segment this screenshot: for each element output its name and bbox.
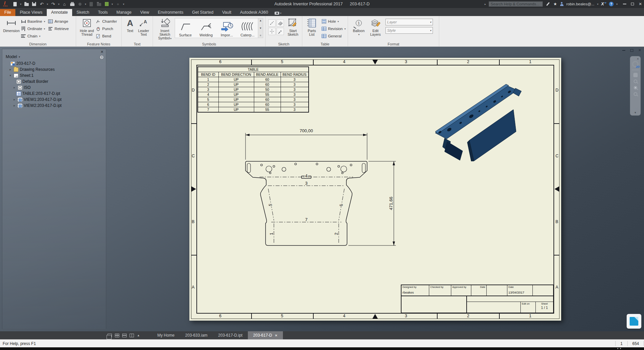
home-icon[interactable]: ⌂: [62, 1, 67, 7]
doc-restore-button[interactable]: [630, 49, 633, 52]
inventor-logo-icon[interactable]: IPRO: [1, 1, 10, 7]
help-caret-icon[interactable]: ▾: [616, 3, 618, 6]
tree-item-view1[interactable]: ▸ VIEW1:203-617-D.ipt: [5, 97, 106, 103]
tab-file[interactable]: File: [0, 9, 15, 16]
cascade-windows-icon[interactable]: [108, 334, 112, 337]
tree-item-iso[interactable]: ▸ ISO: [5, 84, 106, 91]
window-restore-button[interactable]: [631, 3, 634, 5]
tab-tools[interactable]: Tools: [94, 9, 112, 16]
expand-icon[interactable]: ▸: [12, 98, 16, 101]
tab-get-started[interactable]: Get Started: [188, 9, 218, 16]
balloon-button[interactable]: 1 Balloon ▾: [350, 17, 367, 36]
doc-tab-203-617-d-ipt[interactable]: 203-617-D.ipt: [213, 331, 248, 339]
redo-icon[interactable]: ↷: [50, 1, 56, 7]
gallery-item-welding[interactable]: Welding: [196, 18, 216, 38]
text-button[interactable]: A Text: [124, 17, 137, 33]
gallery-expand-icon[interactable]: ≡: [260, 34, 262, 37]
edit-layers-button[interactable]: Edit Layers: [367, 17, 383, 36]
graphics-canvas[interactable]: ✕ ✕ ? Model ▾ 203-617-D ▸ Drawing Resour…: [0, 47, 644, 331]
sign-pen-icon[interactable]: [545, 1, 551, 7]
panel-label-format[interactable]: Format: [348, 42, 439, 46]
center-mark-button[interactable]: [268, 28, 276, 35]
chamfer-button[interactable]: Chamfer: [96, 18, 117, 24]
browser-header[interactable]: Model ▾: [2, 49, 106, 60]
zoom-window-icon[interactable]: [634, 86, 637, 90]
tab-autodesk-a360[interactable]: Autodesk A360: [235, 9, 272, 16]
zoom-all-icon[interactable]: [634, 92, 637, 96]
chain-button[interactable]: Chain▾: [21, 33, 45, 39]
print-icon[interactable]: [69, 1, 75, 7]
leader-text-button[interactable]: A Leader Text: [137, 17, 151, 36]
navbar-menu-icon[interactable]: ▼: [634, 111, 637, 114]
tree-item-drawing-resources[interactable]: ▸ Drawing Resources: [5, 66, 106, 72]
help-search-input[interactable]: Search Help & Commands...: [489, 1, 543, 7]
doc-close-button[interactable]: ✕: [638, 48, 641, 52]
tree-item-table[interactable]: TABLE:203-617-D.ipt: [5, 91, 106, 97]
expand-icon[interactable]: ▸: [8, 68, 12, 71]
user-account-label[interactable]: robin.beales@...: [567, 2, 595, 6]
new-file-caret-icon[interactable]: ▾: [20, 3, 21, 6]
collapse-icon[interactable]: ▾: [8, 74, 12, 77]
tab-close-icon[interactable]: ✕: [275, 334, 277, 337]
capture-icon[interactable]: [275, 12, 279, 15]
tab-list-icon[interactable]: ▲: [137, 334, 140, 337]
expand-icon[interactable]: ▸: [12, 104, 16, 107]
ordinate-button[interactable]: Ordinate▾: [21, 26, 45, 32]
doc-tab-203-617-d[interactable]: 203-617-D ✕: [248, 331, 283, 339]
retrieve-button[interactable]: Retrieve: [48, 26, 69, 32]
revision-table-button[interactable]: Revision▾: [321, 26, 346, 32]
zoom-icon[interactable]: [634, 79, 637, 83]
insert-sketch-symbol-button[interactable]: Insert Sketch Symbol▾: [155, 17, 175, 40]
search-expand-icon[interactable]: ▸: [485, 3, 486, 6]
tab-sketch[interactable]: Sketch: [72, 9, 94, 16]
general-table-button[interactable]: General: [321, 33, 346, 39]
doc-minimize-button[interactable]: [622, 50, 625, 51]
undo-caret-icon[interactable]: ▾: [47, 3, 48, 6]
redo-caret-icon[interactable]: ▾: [58, 3, 59, 6]
gallery-scroll-up-icon[interactable]: ▲: [259, 19, 262, 22]
doc-tab-203-633-iam[interactable]: 203-633.iam: [180, 331, 213, 339]
material-icon[interactable]: [104, 1, 109, 7]
parts-list-button[interactable]: Parts List: [304, 17, 319, 36]
save-icon[interactable]: [31, 1, 37, 7]
centerline-button[interactable]: [268, 19, 276, 27]
start-sketch-button[interactable]: Start Sketch: [286, 17, 300, 36]
hole-and-thread-button[interactable]: Hole and Thread: [78, 17, 96, 36]
tab-view[interactable]: View: [136, 9, 154, 16]
help-icon[interactable]: ?: [609, 2, 614, 6]
tab-environments[interactable]: Environments: [154, 9, 188, 16]
window-minimize-button[interactable]: [623, 4, 626, 4]
gallery-item-import[interactable]: Impor...: [216, 18, 237, 38]
centered-pattern-button[interactable]: [277, 28, 284, 35]
panel-label-dimension[interactable]: Dimension: [0, 42, 76, 46]
panel-label-text[interactable]: Text: [122, 42, 153, 46]
tab-annotate[interactable]: Annotate: [47, 9, 72, 16]
dimension-button[interactable]: Dimension: [2, 17, 21, 33]
user-avatar-icon[interactable]: [560, 2, 564, 6]
browser-close-icon[interactable]: ✕: [101, 50, 104, 54]
arrange-button[interactable]: Arrange: [48, 18, 69, 24]
tab-vault[interactable]: Vault: [218, 9, 236, 16]
bend-button[interactable]: Bend: [96, 33, 117, 39]
panel-label-feature-notes[interactable]: Feature Notes: [76, 42, 121, 46]
style-select[interactable]: Style ▾: [385, 27, 433, 34]
panel-label-symbols[interactable]: Symbols: [153, 42, 265, 46]
tree-item-sheet1[interactable]: ▾ Sheet:1: [5, 72, 106, 78]
tile-windows-icon[interactable]: [115, 334, 119, 337]
favorites-star-icon[interactable]: ★: [553, 2, 557, 6]
tab-place-views[interactable]: Place Views: [15, 9, 47, 16]
steering-wheel-icon[interactable]: 2D: [632, 61, 639, 67]
gallery-scroll-down-icon[interactable]: ▼: [259, 27, 262, 30]
centerline-bisector-button[interactable]: [277, 19, 284, 27]
new-file-icon[interactable]: [12, 1, 18, 7]
gallery-scrollbar[interactable]: ▲ ▼ ≡: [258, 18, 263, 38]
drawing-sheet[interactable]: 6 5 4 3 2 1 6 5 4 3 2 1 D C B A D C B A …: [189, 58, 561, 321]
panel-label-sketch[interactable]: Sketch: [266, 42, 302, 46]
tab-manage[interactable]: Manage: [112, 9, 136, 16]
a360-badge[interactable]: [627, 314, 641, 329]
undo-icon[interactable]: ↶: [39, 1, 44, 7]
pan-icon[interactable]: [633, 73, 638, 77]
tree-item-root[interactable]: 203-617-D: [5, 60, 106, 66]
tree-item-default-border[interactable]: Default Border: [5, 78, 106, 84]
user-menu-caret-icon[interactable]: ▾: [597, 3, 599, 6]
